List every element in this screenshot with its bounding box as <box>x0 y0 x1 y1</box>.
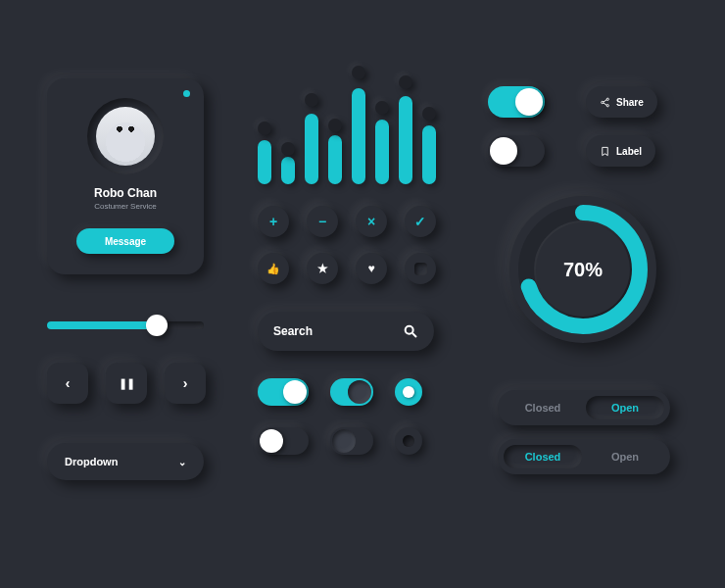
avatar <box>96 107 155 166</box>
dropdown[interactable]: Dropdown ⌄ <box>47 443 204 480</box>
toggle-knob <box>283 380 307 404</box>
like-button[interactable]: 👍 <box>258 253 289 284</box>
prev-button[interactable]: ‹ <box>47 363 88 404</box>
svg-line-1 <box>412 333 416 337</box>
search-icon <box>403 323 418 339</box>
bar <box>305 107 318 184</box>
plus-icon: + <box>269 214 277 229</box>
radio-1[interactable] <box>395 378 422 406</box>
search-input[interactable]: Search <box>258 312 434 351</box>
bar <box>258 133 271 184</box>
toggle-knob <box>260 429 283 453</box>
share-button[interactable]: Share <box>586 86 657 118</box>
segmented-1: Closed Open <box>498 390 670 425</box>
bar <box>422 119 436 184</box>
radio-hole <box>403 435 414 447</box>
progress-ring: 70% <box>509 196 656 343</box>
slider[interactable] <box>47 321 204 329</box>
times-icon: × <box>367 214 375 229</box>
toggle-4[interactable] <box>330 427 373 455</box>
minus-icon: − <box>318 214 326 229</box>
toggle-knob <box>490 137 517 165</box>
label-button[interactable]: Label <box>586 135 655 167</box>
avatar-ring <box>87 98 164 174</box>
search-placeholder: Search <box>273 324 313 338</box>
segment-closed[interactable]: Closed <box>504 396 582 419</box>
top-toggle-on[interactable] <box>488 86 545 118</box>
heart-icon: ♥ <box>367 262 374 275</box>
chevron-right-icon: › <box>183 375 188 391</box>
check-icon: ✓ <box>414 214 426 229</box>
share-icon <box>600 97 610 108</box>
minus-button[interactable]: − <box>307 206 338 237</box>
heart-button[interactable]: ♥ <box>356 253 387 284</box>
pause-icon: ❚❚ <box>119 377 134 390</box>
message-button[interactable]: Message <box>76 228 174 254</box>
segment-open[interactable]: Open <box>586 396 664 419</box>
pause-button[interactable]: ❚❚ <box>106 363 147 404</box>
bar <box>375 113 389 184</box>
slider-fill <box>47 321 157 329</box>
segmented-2: Closed Open <box>498 439 670 474</box>
profile-card: Robo Chan Costumer Service Message <box>47 78 204 274</box>
star-button[interactable]: ★ <box>307 253 338 284</box>
next-button[interactable]: › <box>165 363 206 404</box>
svg-line-6 <box>604 102 607 104</box>
toggle-1[interactable] <box>258 378 309 406</box>
toggle-2[interactable] <box>330 378 373 406</box>
chevron-left-icon: ‹ <box>66 375 71 391</box>
status-indicator <box>183 90 190 97</box>
square-button[interactable] <box>405 253 436 284</box>
segment-open[interactable]: Open <box>586 445 664 468</box>
bar-chart <box>258 76 434 184</box>
toggle-3[interactable] <box>258 427 309 455</box>
rounded-square-icon <box>414 263 427 275</box>
star-icon: ★ <box>317 262 328 275</box>
share-label: Share <box>616 97 644 108</box>
multiply-button[interactable]: × <box>356 206 387 237</box>
bookmark-icon <box>600 146 610 157</box>
toggle-knob <box>348 380 371 404</box>
svg-point-0 <box>406 326 413 334</box>
toggle-knob <box>332 429 356 453</box>
top-toggle-off[interactable] <box>488 135 545 167</box>
plus-button[interactable]: + <box>258 206 289 237</box>
thumbs-up-icon: 👍 <box>266 263 280 275</box>
svg-line-5 <box>604 99 607 101</box>
dropdown-label: Dropdown <box>65 456 118 467</box>
slider-thumb[interactable] <box>146 315 168 336</box>
chevron-down-icon: ⌄ <box>178 457 186 467</box>
radio-2[interactable] <box>395 427 422 455</box>
check-button[interactable]: ✓ <box>405 206 436 237</box>
label-label: Label <box>616 146 642 157</box>
bar <box>352 81 365 184</box>
toggle-knob <box>515 88 543 116</box>
segment-closed[interactable]: Closed <box>504 445 582 468</box>
bar <box>399 89 412 184</box>
radio-dot <box>403 386 414 398</box>
profile-name: Robo Chan <box>94 186 157 200</box>
profile-subtitle: Costumer Service <box>94 202 157 211</box>
bar <box>328 128 342 184</box>
bar <box>281 150 295 184</box>
